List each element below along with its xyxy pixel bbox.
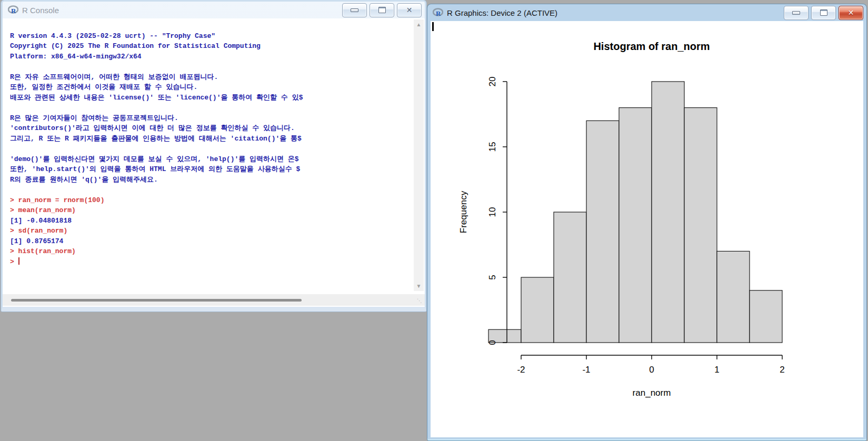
console-title: R Console: [22, 6, 340, 15]
close-button[interactable]: ✕: [397, 3, 422, 17]
console-line: [1] 0.8765174: [10, 236, 411, 247]
x-tick-label: -1: [582, 365, 590, 375]
close-icon: ✕: [848, 9, 854, 16]
y-tick-label: 0: [487, 340, 497, 345]
text-cursor: [18, 257, 19, 265]
restore-icon: [820, 9, 827, 16]
scroll-down-icon[interactable]: ▼: [414, 283, 424, 289]
x-axis-label: ran_norm: [633, 388, 671, 398]
console-client-area[interactable]: R version 4.4.3 (2025-02-28 ucrt) -- "Tr…: [3, 18, 425, 307]
minimize-icon: [351, 8, 358, 12]
restore-button[interactable]: [811, 6, 836, 20]
close-button[interactable]: ✕: [839, 6, 863, 20]
minimize-icon: [792, 11, 800, 15]
restore-icon: [378, 7, 386, 13]
graphics-canvas[interactable]: 05101520-2-1012Histogram of ran_normran_…: [431, 21, 863, 437]
histogram-bar: [684, 108, 717, 343]
console-line: [10, 103, 411, 113]
console-line: >: [10, 257, 411, 267]
x-tick-label: 0: [649, 365, 654, 375]
x-tick-label: -2: [517, 365, 525, 375]
console-line: R은 자유 소프트웨어이며, 어떠한 형태의 보증없이 배포됩니다.: [10, 72, 411, 83]
console-line: > hist(ran_norm): [10, 246, 411, 257]
histogram-bar: [619, 108, 652, 343]
console-line: > mean(ran_norm): [10, 205, 411, 216]
console-line: 또한, 'help.start()'의 입력을 통하여 HTML 브라우저에 의…: [10, 164, 411, 175]
y-tick-label: 20: [487, 77, 497, 87]
graphics-titlebar[interactable]: R R Graphics: Device 2 (ACTIVE) ✕: [431, 4, 863, 21]
console-line: > sd(ran_norm): [10, 226, 411, 236]
histogram-bar: [554, 212, 586, 343]
console-output[interactable]: R version 4.4.3 (2025-02-28 ucrt) -- "Tr…: [10, 21, 411, 293]
console-line: [10, 62, 411, 72]
console-line: 'contributors()'라고 입력하시면 이에 대한 더 많은 정보를 …: [10, 123, 411, 134]
histogram-bar: [750, 290, 782, 343]
rgui-mdi-background: R R Console ✕ R version 4.4.3 (2025-02-2…: [0, 0, 868, 441]
y-tick-label: 5: [487, 275, 497, 279]
histogram-plot: 05101520-2-1012Histogram of ran_normran_…: [431, 21, 863, 437]
console-line: R의 종료를 원하시면 'q()'을 입력해주세요.: [10, 175, 411, 185]
console-line: > ran_norm = rnorm(100): [10, 195, 411, 206]
console-vertical-scrollbar[interactable]: ▲ ▼: [414, 19, 424, 291]
console-line: R version 4.4.3 (2025-02-28 ucrt) -- "Tr…: [10, 31, 411, 42]
r-graphics-window[interactable]: R R Graphics: Device 2 (ACTIVE) ✕ 051015…: [427, 4, 866, 440]
graphics-title: R Graphics: Device 2 (ACTIVE): [447, 8, 781, 17]
histogram-bar: [521, 277, 554, 343]
svg-text:R: R: [436, 9, 441, 17]
resize-grip-icon[interactable]: ⋱: [417, 298, 423, 304]
scroll-up-icon[interactable]: ▲: [414, 22, 424, 27]
console-line: 배포와 관련된 상세한 내용은 'license()' 또는 'licence(…: [10, 93, 411, 103]
console-titlebar[interactable]: R R Console ✕: [3, 2, 425, 18]
histogram-bar: [717, 251, 750, 343]
console-line: [10, 21, 411, 31]
x-tick-label: 2: [780, 365, 784, 375]
console-horizontal-scrollbar[interactable]: [3, 294, 425, 306]
horizontal-scrollbar-thumb[interactable]: [11, 299, 302, 302]
console-line: R은 많은 기여자들이 참여하는 공동프로젝트입니다.: [10, 113, 411, 124]
x-tick-label: 1: [714, 365, 719, 375]
y-tick-label: 15: [487, 142, 497, 152]
console-line: Copyright (C) 2025 The R Foundation for …: [10, 41, 411, 52]
restore-button[interactable]: [370, 3, 394, 17]
console-line: Platform: x86_64-w64-mingw32/x64: [10, 52, 411, 62]
r-logo-icon: R: [8, 5, 18, 15]
r-logo-icon: R: [433, 8, 443, 17]
minimize-button[interactable]: [342, 3, 367, 17]
histogram-bar: [586, 121, 619, 343]
histogram-bar: [652, 82, 684, 343]
close-icon: ✕: [406, 6, 413, 14]
chart-title: Histogram of ran_norm: [593, 41, 710, 52]
console-line: [10, 185, 411, 195]
console-line: 또한, 일정한 조건하에서 이것을 재배포 할 수 있습니다.: [10, 82, 411, 93]
svg-text:R: R: [11, 7, 16, 15]
console-line: [10, 144, 411, 154]
drawing-cursor-artifact: [432, 22, 434, 31]
y-tick-label: 10: [487, 207, 497, 217]
console-line: [1] -0.04801818: [10, 216, 411, 226]
r-console-window[interactable]: R R Console ✕ R version 4.4.3 (2025-02-2…: [1, 0, 426, 312]
y-axis-label: Frequency: [458, 191, 468, 233]
console-line: 그리고, R 또는 R 패키지들을 출판물에 인용하는 방법에 대해서는 'ci…: [10, 134, 411, 144]
console-line: 'demo()'를 입력하신다면 몇가지 데모를 보실 수 있으며, 'help…: [10, 154, 411, 165]
minimize-button[interactable]: [784, 6, 809, 20]
